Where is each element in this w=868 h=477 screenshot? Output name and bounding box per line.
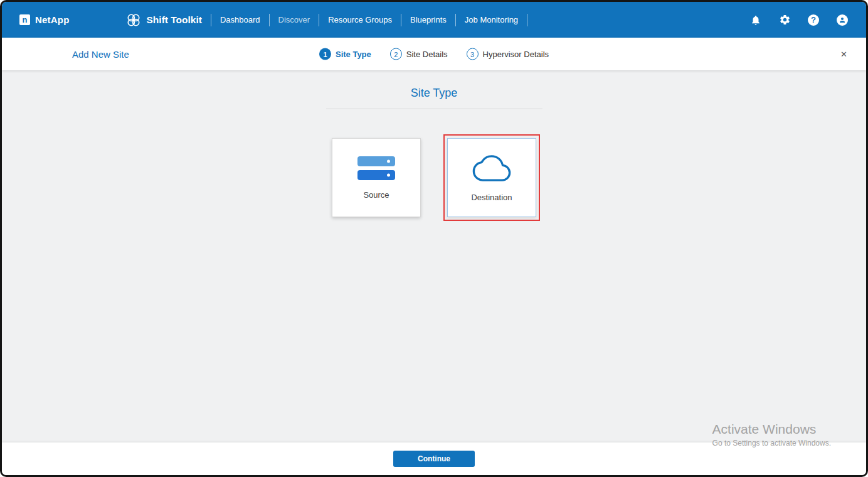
step-1-label: Site Type [336,50,371,59]
account-icon[interactable] [836,14,849,26]
section-title: Site Type [2,87,866,100]
nav-item-resource-groups[interactable]: Resource Groups [328,15,392,24]
wizard-stepper: 1 Site Type 2 Site Details 3 Hypervisor … [319,48,549,60]
cloud-icon [472,154,511,183]
nav-separator [401,14,401,26]
nav-item-blueprints[interactable]: Blueprints [410,15,447,24]
step-site-type[interactable]: 1 Site Type [319,48,371,60]
site-type-cards: Source Destination [2,138,866,217]
continue-button[interactable]: Continue [393,451,475,467]
app-title: Shift Toolkit [147,14,202,26]
nav-separator [269,14,270,26]
help-glyph: ? [808,14,819,26]
nav-separator [527,14,527,26]
destination-card-label: Destination [471,193,512,202]
source-card-label: Source [363,190,389,200]
step-3-label: Hypervisor Details [483,50,549,59]
step-2-circle: 2 [390,48,402,60]
primary-nav: Dashboard Discover Resource Groups Bluep… [202,14,536,26]
wizard-header: Add New Site 1 Site Type 2 Site Details … [2,38,866,70]
server-stack-icon [357,156,395,180]
step-3-circle: 3 [467,48,479,60]
settings-icon[interactable] [778,14,791,26]
netapp-logo-icon: n [19,14,30,25]
notifications-icon[interactable] [749,14,762,26]
main-content: Site Type Source Destination [2,70,866,442]
section-divider [326,109,542,109]
nav-utility-icons: ? [749,14,849,26]
wizard-title: Add New Site [72,49,129,60]
shift-toolkit-icon [126,13,141,28]
close-icon[interactable]: ✕ [838,47,850,62]
step-1-circle: 1 [319,48,331,60]
top-navigation-bar: n NetApp Shift Toolkit Dashboard Discove… [2,2,866,38]
step-hypervisor-details[interactable]: 3 Hypervisor Details [467,48,549,60]
shift-toolkit-home[interactable]: Shift Toolkit [126,13,202,28]
nav-item-job-monitoring[interactable]: Job Monitoring [465,15,518,24]
netapp-brand-label: NetApp [35,14,70,25]
account-glyph [837,14,848,26]
nav-separator [319,14,319,26]
step-site-details[interactable]: 2 Site Details [390,48,448,60]
destination-card[interactable]: Destination [447,138,536,217]
step-2-label: Site Details [406,50,448,59]
help-icon[interactable]: ? [807,14,820,26]
app-window: n NetApp Shift Toolkit Dashboard Discove… [0,0,868,477]
nav-separator [455,14,456,26]
netapp-brand[interactable]: n NetApp [19,14,70,25]
wizard-footer: Continue [2,442,866,475]
nav-separator [211,14,211,26]
source-card[interactable]: Source [332,138,421,217]
nav-item-discover[interactable]: Discover [278,15,310,24]
nav-item-dashboard[interactable]: Dashboard [220,15,260,24]
